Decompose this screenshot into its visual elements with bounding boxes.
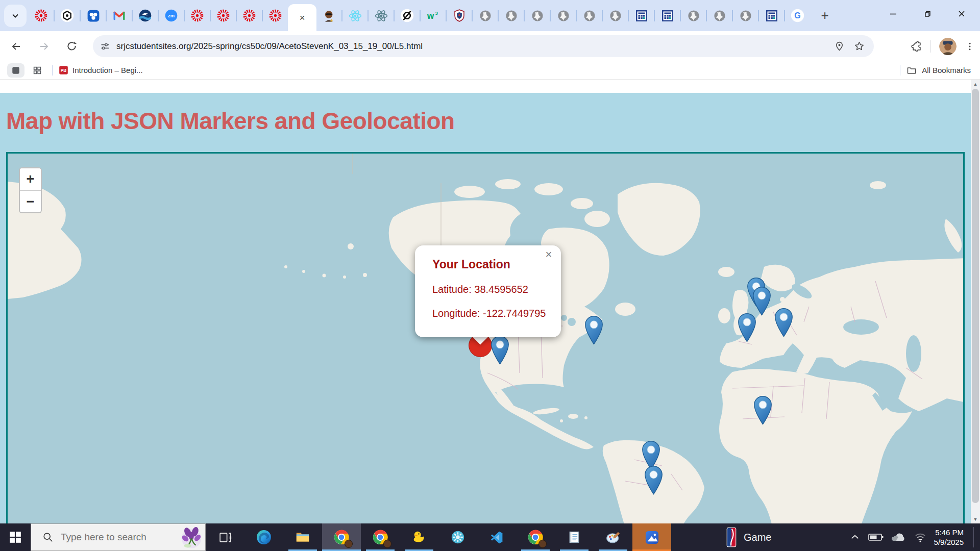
- all-bookmarks-label: All Bookmarks: [922, 66, 971, 74]
- pinned-tab-canvas[interactable]: [29, 0, 54, 31]
- scrollbar-down-arrow[interactable]: ▼: [971, 515, 980, 523]
- map-marker-pin[interactable]: [738, 313, 756, 342]
- zoom-out-button[interactable]: −: [20, 190, 41, 212]
- profile-avatar[interactable]: [939, 38, 957, 55]
- pinned-tab-noaa[interactable]: [133, 0, 158, 31]
- taskbar-item-nba-game[interactable]: Game: [726, 523, 771, 551]
- zoom-in-button[interactable]: +: [20, 168, 41, 190]
- back-button[interactable]: [6, 36, 27, 57]
- taskbar-app-chrome[interactable]: [361, 523, 400, 551]
- pinned-tab-globe[interactable]: [551, 0, 576, 31]
- pinned-tab-globe[interactable]: [681, 0, 706, 31]
- pinned-tab-w3schools[interactable]: w3: [421, 0, 446, 31]
- tab-close-icon[interactable]: ×: [299, 13, 305, 22]
- taskbar-app-blue-circle-app[interactable]: [438, 523, 477, 551]
- pinned-tab-electron[interactable]: [369, 0, 394, 31]
- apps-grid-icon[interactable]: [29, 63, 46, 78]
- scrollbar-up-arrow[interactable]: ▲: [971, 80, 980, 88]
- paint-icon: [605, 530, 621, 545]
- pinned-tab-globe[interactable]: [603, 0, 628, 31]
- vscode-icon: [489, 530, 504, 545]
- bookmark-item[interactable]: PB Introduction – Begi...: [59, 65, 143, 75]
- address-bar[interactable]: srjcstudentsites.org/2025-spring/cs50c/0…: [93, 35, 874, 57]
- page-scrollbar[interactable]: ▲ ▼: [971, 80, 980, 523]
- side-panel-button[interactable]: [7, 63, 24, 78]
- search-input[interactable]: [61, 532, 173, 543]
- folder-icon: [906, 65, 917, 76]
- taskbar-app-chrome[interactable]: [322, 523, 361, 551]
- new-tab-button[interactable]: +: [817, 8, 832, 23]
- pinned-tab-canvas[interactable]: [185, 0, 210, 31]
- bookmark-star-icon[interactable]: [854, 41, 865, 52]
- all-bookmarks-button[interactable]: All Bookmarks: [906, 65, 971, 76]
- explorer-icon: [295, 530, 311, 545]
- site-settings-tune-icon[interactable]: [100, 41, 110, 52]
- taskbar-app-duck[interactable]: [400, 523, 438, 551]
- pinned-tab-globe[interactable]: [525, 0, 550, 31]
- taskbar-app-photos[interactable]: [632, 523, 671, 551]
- battery-icon[interactable]: [868, 533, 884, 541]
- taskbar-app-explorer[interactable]: [283, 523, 322, 551]
- pinned-tab-sheet[interactable]: [759, 0, 784, 31]
- pinned-tab-google[interactable]: G: [785, 0, 810, 31]
- pinned-tab-globe[interactable]: [577, 0, 602, 31]
- search-highlight-flower-image[interactable]: [179, 525, 204, 549]
- start-button[interactable]: [0, 523, 31, 551]
- tray-chevron-up-icon[interactable]: [849, 532, 861, 543]
- window-restore-button[interactable]: [920, 6, 935, 21]
- taskbar-search-box[interactable]: [31, 523, 206, 551]
- pinned-tab-canvas[interactable]: [263, 0, 288, 31]
- popup-close-button[interactable]: ×: [543, 248, 555, 261]
- url-text[interactable]: srjcstudentsites.org/2025-spring/cs50c/0…: [116, 41, 834, 52]
- window-close-button[interactable]: [954, 6, 969, 21]
- taskbar-app-vscode[interactable]: [477, 523, 516, 551]
- pinned-tab-globe[interactable]: [473, 0, 498, 31]
- map-marker-pin[interactable]: [491, 336, 509, 365]
- leaflet-map[interactable]: + − Your Location Latitude: 38.4595652 L…: [6, 152, 965, 523]
- map-marker-pin[interactable]: [774, 308, 793, 337]
- reload-button[interactable]: [61, 36, 82, 57]
- show-desktop-divider[interactable]: [973, 527, 974, 547]
- pinned-tab-sheet[interactable]: [629, 0, 654, 31]
- taskbar-app-notepad[interactable]: [555, 523, 594, 551]
- taskbar-app-edge[interactable]: [244, 523, 283, 551]
- browser-menu-kebab-icon[interactable]: [965, 41, 975, 52]
- pinned-tab-gmail[interactable]: [107, 0, 132, 31]
- pinned-tab-canvas[interactable]: [237, 0, 262, 31]
- taskbar-app-chrome[interactable]: [516, 523, 555, 551]
- onedrive-cloud-icon[interactable]: [891, 532, 906, 542]
- map-marker-pin[interactable]: [752, 287, 771, 316]
- window-minimize-button[interactable]: [886, 6, 901, 21]
- extensions-puzzle-icon[interactable]: [911, 41, 922, 52]
- map-marker-pin[interactable]: [753, 396, 772, 425]
- svg-text:G: G: [794, 11, 800, 20]
- profile-overlay-badge: [383, 540, 391, 548]
- pinned-tab-canvas[interactable]: [211, 0, 236, 31]
- map-marker-pin[interactable]: [644, 466, 663, 495]
- location-pin-icon[interactable]: [834, 41, 845, 52]
- pinned-tab-zoom[interactable]: zm: [159, 0, 184, 31]
- forward-button[interactable]: [34, 36, 54, 57]
- pinned-tab-blue-app[interactable]: [81, 0, 106, 31]
- tab-search-button[interactable]: [4, 5, 27, 27]
- pinned-tab-crest[interactable]: [447, 0, 472, 31]
- svg-text:PB: PB: [61, 68, 67, 73]
- google-favicon-icon: G: [791, 9, 804, 22]
- pinned-tab-globe[interactable]: [733, 0, 758, 31]
- pinned-tab-person[interactable]: [316, 0, 341, 31]
- pinned-tab-chatgpt[interactable]: [55, 0, 80, 31]
- taskbar-clock[interactable]: 5:46 PM 5/9/2025: [934, 528, 964, 547]
- wifi-network-icon[interactable]: [914, 531, 926, 543]
- game-label: Game: [744, 532, 771, 543]
- pinned-tab-react[interactable]: [342, 0, 368, 31]
- pinned-tab-nullschool[interactable]: [395, 0, 420, 31]
- map-marker-pin[interactable]: [584, 316, 603, 345]
- pinned-tab-sheet[interactable]: [655, 0, 680, 31]
- taskbar-app-taskview[interactable]: [206, 523, 244, 551]
- scrollbar-thumb[interactable]: [972, 89, 979, 503]
- taskbar-app-paint[interactable]: [594, 523, 632, 551]
- canvas-favicon-icon: [216, 9, 230, 22]
- pinned-tab-globe[interactable]: [499, 0, 524, 31]
- pinned-tab-globe[interactable]: [707, 0, 732, 31]
- active-tab[interactable]: ×: [288, 4, 316, 31]
